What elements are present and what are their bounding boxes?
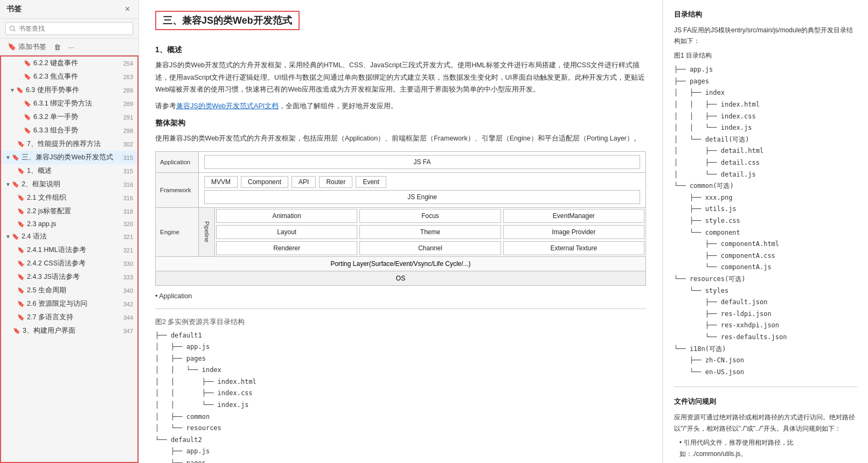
arch-pipeline-label: Pipeline xyxy=(199,208,215,256)
fig2-label: 图2 多实例资源共享目录结构 xyxy=(155,318,646,327)
expand-icon-7[interactable]: ▼ xyxy=(5,155,11,160)
content-right-panel: 目录结构 JS FA应用的JS模块entry/src/main/js/modul… xyxy=(663,0,868,463)
bookmark-item-6[interactable]: 🔖7、性能提升的推荐方法302 xyxy=(1,137,137,151)
arch-cell-eventmanager: EventManager xyxy=(503,209,644,223)
add-bookmark-button[interactable]: 🔖 添加书签 xyxy=(5,41,48,53)
sidebar: 书签 × 🔖 添加书签 🗑 ··· 🔖6.2.2 键盘事件254🔖6.2.3 焦… xyxy=(0,0,139,463)
bookmark-label-7: 三、兼容JS的类Web开发范式 xyxy=(22,153,121,162)
bookmark-page-13: 321 xyxy=(123,234,133,240)
api-doc-link[interactable]: 兼容JS的类Web开发范式API文档 xyxy=(176,102,279,110)
bookmark-icon-1: 🔖 xyxy=(24,73,31,80)
bookmark-label-10: 2.1 文件组织 xyxy=(27,193,121,202)
arch-framework-chips: MVVM Component API Router Event xyxy=(204,176,640,188)
bookmark-label-13: 2.4 语法 xyxy=(22,232,121,241)
bookmark-item-8[interactable]: 🔖1、概述315 xyxy=(1,164,137,178)
bookmark-icon-3: 🔖 xyxy=(24,100,31,107)
arch-application-label: Application xyxy=(156,152,199,172)
bookmark-page-10: 316 xyxy=(123,195,133,201)
bookmark-page-17: 340 xyxy=(123,287,133,294)
sidebar-search-area xyxy=(0,19,138,39)
arch-engine-label: Engine xyxy=(156,208,199,256)
bookmark-page-16: 333 xyxy=(123,274,133,280)
sidebar-header: 书签 × xyxy=(0,0,138,19)
arch-porting-label: Porting Layer(Surface/Event/Vsync/Life C… xyxy=(156,257,645,271)
arch-cell-focus: Focus xyxy=(359,209,501,223)
bookmark-item-15[interactable]: 🔖2.4.2 CSS语法参考330 xyxy=(1,257,137,270)
expand-icon-13[interactable]: ▼ xyxy=(5,234,11,240)
delete-bookmark-button[interactable]: 🗑 xyxy=(52,42,63,52)
arch-cell-layout: Layout xyxy=(216,225,357,239)
bookmark-icon-12: 🔖 xyxy=(17,221,25,228)
bookmark-icon-20: 🔖 xyxy=(13,327,20,334)
bookmark-label-19: 2.7 多语言支持 xyxy=(27,313,121,322)
bookmark-item-10[interactable]: 🔖2.1 文件组织316 xyxy=(1,191,137,205)
bookmark-label-17: 2.5 生命周期 xyxy=(27,286,121,295)
bookmark-label-9: 2、框架说明 xyxy=(22,180,121,189)
bookmark-page-19: 344 xyxy=(123,314,133,321)
bookmark-item-3[interactable]: 🔖6.3.1 绑定手势方法289 xyxy=(1,97,137,110)
sidebar-close-button[interactable]: × xyxy=(123,4,132,14)
bookmark-item-2[interactable]: ▼🔖6.3 使用手势事件289 xyxy=(1,83,137,97)
bookmark-label-14: 2.4.1 HML语法参考 xyxy=(27,245,121,255)
bookmark-page-2: 289 xyxy=(123,87,133,94)
bookmark-item-16[interactable]: 🔖2.4.3 JS语法参考333 xyxy=(1,270,137,284)
bookmark-item-17[interactable]: 🔖2.5 生命周期340 xyxy=(1,284,137,297)
bookmark-label-0: 6.2.2 键盘事件 xyxy=(33,59,121,68)
file-access-desc: 应用资源可通过绝对路径或相对路径的方式进行访问。绝对路径以"/"开头，相对路径以… xyxy=(674,412,857,434)
arch-cell-channel: Channel xyxy=(359,241,501,255)
sidebar-actions: 🔖 添加书签 🗑 ··· xyxy=(0,39,138,55)
bookmark-item-7[interactable]: ▼🔖三、兼容JS的类Web开发范式315 xyxy=(1,151,137,164)
fig1-tree: ├── app.js ├── pages │ ├── index │ │ ├──… xyxy=(674,64,857,378)
bookmark-item-12[interactable]: 🔖2.3 app.js320 xyxy=(1,218,137,230)
bookmark-label-5: 6.3.3 组合手势 xyxy=(33,126,121,135)
bookmark-icon-9: 🔖 xyxy=(12,181,19,188)
bookmark-page-15: 330 xyxy=(123,261,133,267)
bookmark-icon-16: 🔖 xyxy=(17,273,25,280)
more-options-button[interactable]: ··· xyxy=(66,42,77,52)
bookmark-page-14: 321 xyxy=(123,247,133,254)
bookmark-page-6: 302 xyxy=(123,141,133,148)
arch-chip-api: API xyxy=(291,176,316,188)
bookmark-page-3: 289 xyxy=(123,101,133,107)
bookmark-icon-18: 🔖 xyxy=(17,300,25,307)
bookmark-icon-6: 🔖 xyxy=(17,141,25,148)
bookmark-page-0: 254 xyxy=(123,60,133,67)
search-input[interactable] xyxy=(5,22,133,35)
bookmark-item-0[interactable]: 🔖6.2.2 键盘事件254 xyxy=(1,57,137,70)
bookmark-item-5[interactable]: 🔖6.3.3 组合手势298 xyxy=(1,124,137,137)
arch-cell-externaltexture: External Texture xyxy=(503,241,644,255)
file-access-rules: 引用代码文件，推荐使用相对路径，比如：./common/utils.js。引用资… xyxy=(674,437,857,463)
bookmark-label-6: 7、性能提升的推荐方法 xyxy=(27,139,121,149)
bookmark-page-7: 315 xyxy=(123,155,133,161)
main-content-area: 三、兼容JS的类Web开发范式 1、概述 兼容JS的类Web开发范式的方舟开发框… xyxy=(139,0,868,463)
arch-cell-renderer: Renderer xyxy=(216,241,357,255)
bookmark-item-9[interactable]: ▼🔖2、框架说明316 xyxy=(1,178,137,191)
bookmark-item-11[interactable]: 🔖2.2 js标签配置318 xyxy=(1,205,137,218)
fig1-label: 图1 目录结构 xyxy=(674,50,857,61)
sidebar-title: 书签 xyxy=(6,4,22,14)
expand-icon-9[interactable]: ▼ xyxy=(5,181,11,187)
bookmark-item-20[interactable]: 🔖3、构建用户界面347 xyxy=(1,324,137,338)
bookmark-item-18[interactable]: 🔖2.6 资源限定与访问342 xyxy=(1,297,137,311)
bookmark-icon-13: 🔖 xyxy=(12,233,19,240)
section1-title: 1、概述 xyxy=(155,45,646,55)
arch-chip-router: Router xyxy=(319,176,352,188)
bookmark-item-19[interactable]: 🔖2.7 多语言支持344 xyxy=(1,311,137,324)
bookmark-icon-5: 🔖 xyxy=(24,127,31,134)
bookmark-icon-4: 🔖 xyxy=(24,114,31,121)
bookmark-label-2: 6.3 使用手势事件 xyxy=(26,86,121,95)
bookmark-item-13[interactable]: ▼🔖2.4 语法321 xyxy=(1,230,137,243)
bookmark-item-1[interactable]: 🔖6.2.3 焦点事件263 xyxy=(1,70,137,83)
bookmark-item-4[interactable]: 🔖6.3.2 单一手势291 xyxy=(1,110,137,124)
bookmark-item-14[interactable]: 🔖2.4.1 HML语法参考321 xyxy=(1,243,137,257)
bookmark-label-1: 6.2.3 焦点事件 xyxy=(33,72,121,81)
bookmark-label-11: 2.2 js标签配置 xyxy=(27,207,121,216)
arch-cell-animation: Animation xyxy=(216,209,357,223)
bookmark-page-9: 316 xyxy=(123,181,133,188)
arch-chip-mvvm: MVVM xyxy=(204,176,238,188)
expand-icon-2[interactable]: ▼ xyxy=(10,87,15,93)
arch-jsfa-label: JS FA xyxy=(204,155,640,169)
bookmark-page-8: 315 xyxy=(123,168,133,174)
bookmark-label-18: 2.6 资源限定与访问 xyxy=(27,299,121,308)
fig2-tree: ├── default1 │ ├── app.js │ ├── pages │ … xyxy=(155,330,646,464)
